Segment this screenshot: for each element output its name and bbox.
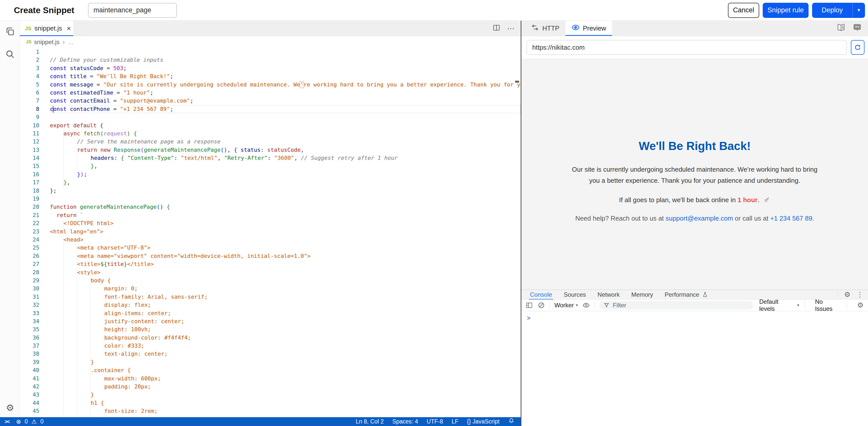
code-line[interactable]: 42 padding: 20px;: [20, 382, 521, 391]
errors-count[interactable]: 0: [25, 418, 28, 425]
code-line[interactable]: 27 <title>${title}</title>: [20, 260, 521, 268]
issues-counter[interactable]: No Issues: [815, 298, 841, 312]
tab-http[interactable]: HTTP: [525, 21, 565, 36]
discord-icon[interactable]: [852, 23, 862, 33]
console-sidebar-toggle-icon[interactable]: [525, 302, 533, 309]
code-line[interactable]: 4const title = "We'll Be Right Back!";: [20, 72, 521, 80]
code-line[interactable]: 23<html lang="en">: [20, 228, 521, 236]
code-line[interactable]: 13 return new Response(generateMaintenan…: [20, 146, 521, 154]
code-line[interactable]: 37 color: #333;: [20, 342, 521, 350]
code-line[interactable]: 16 });: [20, 170, 521, 178]
log-levels-dropdown[interactable]: Default levels▾: [759, 298, 799, 312]
support-email-link[interactable]: support@example.com: [666, 215, 733, 222]
code-line[interactable]: 26 <meta name="viewport" content="width=…: [20, 252, 521, 260]
code-line[interactable]: 18};: [20, 187, 521, 195]
warnings-count[interactable]: 0: [40, 418, 43, 425]
code-line[interactable]: 14 headers: { "Content-Type": "text/html…: [20, 154, 521, 162]
execution-context-selector[interactable]: Worker▾: [554, 302, 578, 309]
code-line[interactable]: 9: [20, 113, 521, 121]
code-editor[interactable]: 12// Define your customizable inputs3con…: [20, 48, 521, 417]
eol-indicator[interactable]: LF: [452, 418, 459, 425]
devtools-menu-kebab-icon[interactable]: ⋮: [857, 290, 864, 299]
phone-link[interactable]: +1 234 567 89: [770, 215, 812, 222]
docs-book-icon[interactable]: [836, 23, 846, 33]
snippet-name-input[interactable]: [88, 3, 177, 18]
notifications-bell-icon[interactable]: [508, 418, 515, 426]
code-line[interactable]: 21 return `: [20, 211, 521, 219]
cursor-position[interactable]: Ln 8, Col 2: [356, 418, 383, 425]
console-output[interactable]: >: [521, 311, 868, 426]
tab-snippet-js[interactable]: JS snippet.js ×: [20, 21, 73, 36]
code-line[interactable]: 44 h1 {: [20, 399, 521, 407]
copy-icon[interactable]: [5, 26, 16, 37]
more-actions-icon[interactable]: ⋯: [507, 24, 515, 33]
code-line[interactable]: 2// Define your customizable inputs: [20, 56, 521, 64]
code-line[interactable]: 15 },: [20, 162, 521, 170]
devtools-tab-network[interactable]: Network: [597, 290, 620, 300]
remote-indicator-icon[interactable]: ><: [4, 419, 12, 425]
split-editor-icon[interactable]: [492, 24, 500, 33]
code-line[interactable]: 33 align-items: center;: [20, 309, 521, 317]
code-line[interactable]: 19: [20, 195, 521, 203]
devtools-tab-memory[interactable]: Memory: [631, 290, 653, 300]
code-line[interactable]: 45 font-size: 2rem;: [20, 407, 521, 415]
code-line[interactable]: 5const message = "Our site is currently …: [20, 81, 521, 89]
deploy-label[interactable]: Deploy: [812, 6, 852, 14]
code-line[interactable]: 35 height: 100vh;: [20, 325, 521, 334]
code-line[interactable]: 38 text-align: center;: [20, 350, 521, 358]
errors-icon[interactable]: ⊗: [16, 418, 21, 425]
code-line[interactable]: 34 justify-content: center;: [20, 317, 521, 325]
settings-gear-icon[interactable]: ⚙: [5, 402, 16, 413]
warnings-icon[interactable]: ⚠: [31, 418, 37, 425]
code-line[interactable]: 8const contactPhone = "+1 234 567 89";: [20, 105, 521, 113]
code-line[interactable]: 28 <style>: [20, 268, 521, 277]
code-line[interactable]: 31 font-family: Arial, sans-serif;: [20, 293, 521, 301]
deploy-dropdown-button[interactable]: ▼: [852, 3, 865, 18]
encoding[interactable]: UTF-8: [427, 418, 443, 425]
code-line[interactable]: 17 },: [20, 178, 521, 187]
code-line[interactable]: 1: [20, 48, 521, 56]
code-line[interactable]: 32 display: flex;: [20, 301, 521, 309]
url-input[interactable]: [526, 40, 847, 55]
console-prompt-icon[interactable]: >: [527, 315, 530, 322]
code-line[interactable]: 29 body {: [20, 277, 521, 285]
cancel-button[interactable]: Cancel: [728, 3, 759, 18]
code-line[interactable]: 46 color: #0056b3;: [20, 416, 521, 417]
breadcrumb[interactable]: JS snippet.js › …: [20, 36, 521, 48]
devtools-tab-performance[interactable]: Performance: [665, 290, 708, 300]
code-line[interactable]: 41 max-width: 600px;: [20, 375, 521, 382]
devtools-tab-sources[interactable]: Sources: [564, 290, 586, 300]
snippet-rule-button[interactable]: Snippet rule: [763, 3, 809, 18]
code-line[interactable]: 43 }: [20, 391, 521, 399]
code-line[interactable]: 11 async fetch(request) {: [20, 130, 521, 138]
code-line[interactable]: 22 <!DOCTYPE html>: [20, 219, 521, 227]
search-icon[interactable]: [5, 49, 16, 59]
console-settings-gear-icon[interactable]: ⚙: [857, 301, 864, 309]
code-line[interactable]: 39 }: [20, 358, 521, 366]
language-mode[interactable]: {} JavaScript: [467, 418, 499, 425]
live-expression-eye-icon[interactable]: [582, 302, 590, 309]
reload-button[interactable]: [851, 40, 865, 55]
code-line[interactable]: 36 background-color: #f4f4f4;: [20, 334, 521, 342]
code-line[interactable]: 40 .container {: [20, 366, 521, 374]
code-line[interactable]: 12 // Serve the maintenance page as a re…: [20, 138, 521, 146]
code-line[interactable]: 20function generateMaintenancePage() {: [20, 203, 521, 211]
breadcrumb-file[interactable]: snippet.js: [34, 38, 59, 46]
devtools-tab-console[interactable]: Console: [530, 290, 552, 300]
close-tab-icon[interactable]: ×: [67, 25, 71, 32]
breadcrumb-more[interactable]: …: [68, 38, 74, 46]
tab-preview[interactable]: Preview: [565, 21, 612, 36]
devtools-settings-gear-icon[interactable]: ⚙: [844, 290, 850, 299]
code-line[interactable]: 10export default {: [20, 121, 521, 130]
code-line[interactable]: 7const contactEmail = "support@example.c…: [20, 97, 521, 105]
console-filter[interactable]: [599, 301, 753, 310]
code-line[interactable]: 30 margin: 0;: [20, 285, 521, 293]
code-line[interactable]: 25 <meta charset="UTF-8">: [20, 244, 521, 252]
indentation[interactable]: Spaces: 4: [393, 418, 418, 425]
code-line[interactable]: 24 <head>: [20, 236, 521, 244]
clear-console-icon[interactable]: [537, 302, 545, 309]
deploy-button[interactable]: Deploy ▼: [812, 3, 865, 18]
code-line[interactable]: 3const statusCode = 503;: [20, 64, 521, 72]
code-line[interactable]: 6const estimatedTime = "1 hour";: [20, 89, 521, 97]
console-filter-input[interactable]: [613, 302, 749, 309]
